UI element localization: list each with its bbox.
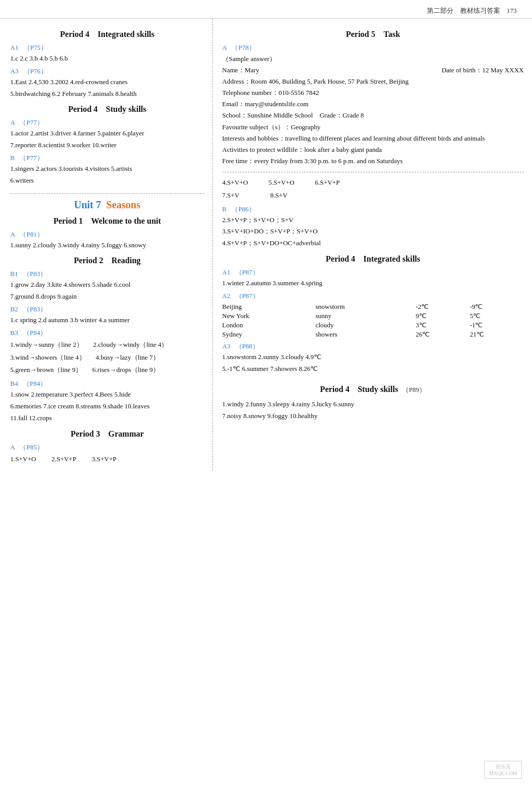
right-study-line1: 1.windy 2.funny 3.sleepy 4.rainy 5.lucky… xyxy=(222,399,524,410)
right-period4-integrated: Period 4 Integrated skills A1 （P87） 1.wi… xyxy=(222,254,524,374)
left-period4-study: Period 4 Study skills A （P77） 1.actor 2.… xyxy=(10,104,204,186)
right-grammar-b-line1: 2.S+V+P；S+V+O；S+V xyxy=(222,215,524,226)
left-b3-row3: 5.green→brown（line 9） 6.rises→drops（line… xyxy=(10,364,204,377)
unit7-header: Unit 7 Seasons xyxy=(10,193,204,211)
left-b1-line1: 1.grow 2.day 3.kite 4.showers 5.shade 6.… xyxy=(10,280,204,290)
right-a1-label: A1 （P87） xyxy=(222,268,524,277)
left-study-a-line2: 7.reporter 8.scientist 9.worker 10.write… xyxy=(10,140,204,151)
right-grammar-b-line2: 3.S+V+IO+DO；S+V+P；S+V+O xyxy=(222,226,524,237)
left-period3: Period 3 Grammar A （P85） 1.S+V+O 2.S+V+P… xyxy=(10,429,204,466)
left-a3-line1: 1.East 2.4,530 3.2002 4.red-crowned cran… xyxy=(10,77,204,88)
left-b4-label: B4 （P84） xyxy=(10,379,204,388)
weather-table: Beijingsnowstorm-2℃-9℃New Yorksunny9℃5℃L… xyxy=(222,302,524,339)
left-period1-a-label: A （P81） xyxy=(10,230,204,239)
left-a3-label: A3 （P76） xyxy=(10,67,204,76)
right-a3-label: A3 （P88） xyxy=(222,342,524,351)
left-b2-label: B2 （P83） xyxy=(10,305,204,314)
left-b1-label: B1 （P83） xyxy=(10,269,204,279)
left-period4-study-title: Period 4 Study skills xyxy=(10,104,204,115)
left-a1-answers: 1.c 2.c 3.b 4.b 5.b 6.b xyxy=(10,53,204,64)
weather-row: New Yorksunny9℃5℃ xyxy=(222,311,524,321)
right-period5-task: Period 5 Task A （P78） （Sample answer） Na… xyxy=(222,29,524,167)
right-study-line2: 7.noisy 8.snowy 9.foggy 10.healthy xyxy=(222,411,524,422)
left-period1-title: Period 1 Welcome to the unit xyxy=(10,216,204,227)
left-column: Period 4 Integrated skills A1 （P75） 1.c … xyxy=(0,19,213,470)
left-period2-title: Period 2 Reading xyxy=(10,255,204,266)
right-study-title-row: Period 4 Study skills （P89） xyxy=(222,379,524,398)
right-a3-line2: 5.-1℃ 6.summer 7.showers 8.26℃ xyxy=(222,364,524,375)
left-b3-row1: 1.windy→sunny（line 2） 2.cloudy→windy（lin… xyxy=(10,339,204,351)
right-grammar-row2: 7.S+V 8.S+V xyxy=(222,189,524,202)
right-period4-study: Period 4 Study skills （P89） 1.windy 2.fu… xyxy=(222,379,524,422)
right-period5-title: Period 5 Task xyxy=(222,29,524,40)
watermark: 佰乐宝 MXQE.COM xyxy=(484,761,522,779)
right-task-a-label: A （P78） xyxy=(222,43,524,52)
page-header: 第二部分 教材练习答案 173 xyxy=(0,0,532,19)
right-column: Period 5 Task A （P78） （Sample answer） Na… xyxy=(213,19,532,470)
left-study-b-line1: 1.singers 2.actors 3.tourists 4.visitors… xyxy=(10,164,204,174)
left-b1-line2: 7.ground 8.drops 9.again xyxy=(10,291,204,302)
left-b4-line1: 1.snow 2.temperature 3.perfect 4.Bees 5.… xyxy=(10,389,204,400)
left-study-b-label: B （P77） xyxy=(10,153,204,163)
left-period4-integrated-title: Period 4 Integrated skills xyxy=(10,29,204,40)
left-b4-line3: 11.fall 12.crops xyxy=(10,413,204,424)
left-period1-a-answers: 1.sunny 2.cloudy 3.windy 4.rainy 5.foggy… xyxy=(10,240,204,251)
left-period3-title: Period 3 Grammar xyxy=(10,429,204,440)
weather-row: Beijingsnowstorm-2℃-9℃ xyxy=(222,302,524,311)
left-period4-integrated: Period 4 Integrated skills A1 （P75） 1.c … xyxy=(10,29,204,99)
left-period2: Period 2 Reading B1 （P83） 1.grow 2.day 3… xyxy=(10,255,204,423)
right-period4-integrated-title: Period 4 Integrated skills xyxy=(222,254,524,265)
right-a2-label: A2 （P87） xyxy=(222,291,524,301)
left-study-a-line1: 1.actor 2.artist 3.driver 4.farmer 5.pai… xyxy=(10,128,204,139)
left-a3-line2: 5.birdwatching 6.2 February 7.animals 8.… xyxy=(10,89,204,100)
right-task-sample: （Sample answer） Name：Mary Date of birth：… xyxy=(222,53,524,167)
right-a1-answers: 1.winter 2.autumn 3.summer 4.spring xyxy=(222,278,524,289)
left-b2-answers: 1.c spring 2.d autumn 3.b winter 4.a sum… xyxy=(10,315,204,326)
left-p3-a-answers: 1.S+V+O 2.S+V+P 3.S+V+P xyxy=(10,453,204,466)
left-b3-row2: 3.wind→showers（line 4） 4.busy→lazy（line … xyxy=(10,351,204,364)
left-study-b-line2: 6.writers xyxy=(10,175,204,186)
right-grammar-b-line3: 4.S+V+P；S+V+DO+OC+adverbial xyxy=(222,238,524,249)
left-period1: Period 1 Welcome to the unit A （P81） 1.s… xyxy=(10,216,204,251)
left-p3-a-label: A （P85） xyxy=(10,443,204,452)
task-name-dob: Name：Mary Date of birth：12 May XXXX xyxy=(222,65,524,76)
left-b4-line2: 6.memories 7.ice cream 8.streams 9.shade… xyxy=(10,401,204,412)
left-study-a-label: A （P77） xyxy=(10,118,204,127)
right-a3-line1: 1.snowstorm 2.sunny 3.cloudy 4.9℃ xyxy=(222,352,524,363)
left-a1-label: A1 （P75） xyxy=(10,43,204,52)
left-b3-label: B3 （P84） xyxy=(10,328,204,338)
weather-row: Sydneyshowers26℃21℃ xyxy=(222,330,524,339)
weather-row: Londoncloudy3℃-1℃ xyxy=(222,321,524,330)
right-grammar-row1: 4.S+V+O 5.S+V+O 6.S+V+P xyxy=(222,176,524,189)
right-grammar-b-label: B （P86） xyxy=(222,205,524,214)
right-grammar-cont: 4.S+V+O 5.S+V+O 6.S+V+P 7.S+V 8.S+V B （P… xyxy=(222,172,524,249)
